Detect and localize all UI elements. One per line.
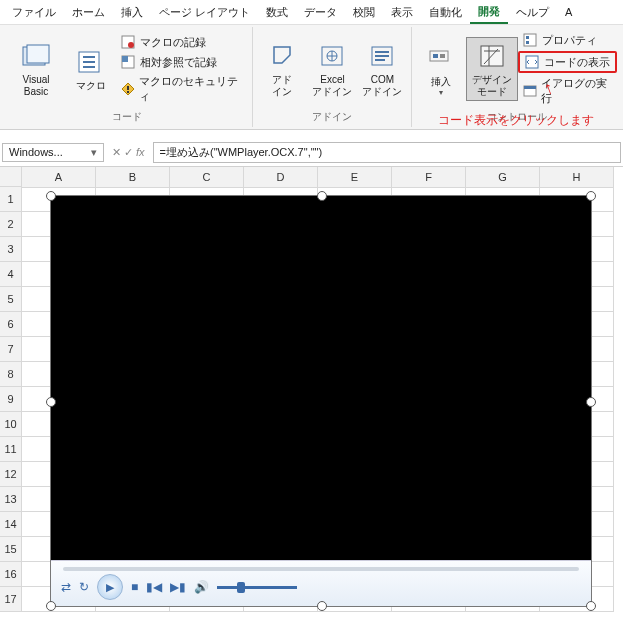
row-header[interactable]: 2 (0, 212, 22, 237)
row-header[interactable]: 12 (0, 462, 22, 487)
record-macro-button[interactable]: マクロの記録 (116, 33, 248, 51)
row-header[interactable]: 8 (0, 362, 22, 387)
cancel-formula-icon[interactable]: ✕ (112, 146, 121, 159)
svg-rect-4 (83, 61, 95, 63)
properties-button[interactable]: プロパティ (518, 31, 617, 49)
menu-view[interactable]: 表示 (383, 2, 421, 23)
svg-rect-11 (127, 86, 129, 90)
row-header[interactable]: 13 (0, 487, 22, 512)
addins-button[interactable]: アド イン (257, 38, 307, 100)
menu-page-layout[interactable]: ページ レイアウト (151, 2, 258, 23)
play-button[interactable]: ▶ (97, 574, 123, 600)
wmplayer-seek-track[interactable] (63, 567, 579, 571)
fx-icon[interactable]: fx (136, 146, 145, 158)
row-header[interactable]: 3 (0, 237, 22, 262)
column-header[interactable]: B (96, 167, 170, 188)
selection-handle[interactable] (586, 397, 596, 407)
column-header[interactable]: G (466, 167, 540, 188)
svg-rect-1 (27, 45, 49, 63)
formula-row: Windows... ▾ ✕ ✓ fx =埋め込み("WMPlayer.OCX.… (0, 138, 623, 167)
row-header[interactable]: 6 (0, 312, 22, 337)
enter-formula-icon[interactable]: ✓ (124, 146, 133, 159)
row-header[interactable]: 16 (0, 562, 22, 587)
menu-formulas[interactable]: 数式 (258, 2, 296, 23)
excel-addins-button[interactable]: Excel アドイン (307, 38, 357, 100)
prev-icon[interactable]: ▮◀ (146, 580, 162, 594)
row-header[interactable]: 17 (0, 587, 22, 612)
name-box[interactable]: Windows... ▾ (2, 143, 104, 162)
menu-home[interactable]: ホーム (64, 2, 113, 23)
row-header[interactable]: 7 (0, 337, 22, 362)
selection-handle[interactable] (586, 601, 596, 611)
relative-reference-icon (120, 54, 136, 70)
design-mode-icon (476, 40, 508, 72)
svg-rect-9 (122, 56, 128, 62)
view-code-icon (524, 54, 540, 70)
menu-file[interactable]: ファイル (4, 2, 64, 23)
wmplayer-video-area (51, 196, 591, 561)
menu-bar: ファイル ホーム 挿入 ページ レイアウト 数式 データ 校閲 表示 自動化 開… (0, 0, 623, 25)
com-addins-button[interactable]: COM アドイン (357, 38, 407, 100)
row-header[interactable]: 1 (0, 187, 22, 212)
group-label-code: コード (112, 109, 142, 125)
svg-rect-12 (127, 91, 129, 93)
selection-handle[interactable] (46, 191, 56, 201)
com-addins-icon (366, 40, 398, 72)
menu-developer[interactable]: 開発 (470, 1, 508, 24)
record-macro-icon (120, 34, 136, 50)
svg-rect-17 (375, 55, 389, 57)
menu-help[interactable]: ヘルプ (508, 2, 557, 23)
visual-basic-button[interactable]: Visual Basic (6, 38, 66, 100)
dropdown-icon: ▾ (91, 146, 97, 159)
relative-reference-button[interactable]: 相対参照で記録 (116, 53, 248, 71)
column-header[interactable]: E (318, 167, 392, 188)
insert-control-button[interactable]: 挿入 ▾ (416, 40, 466, 99)
stop-icon[interactable]: ■ (131, 580, 138, 594)
svg-rect-21 (440, 54, 445, 58)
row-header[interactable]: 9 (0, 387, 22, 412)
menu-automate[interactable]: 自動化 (421, 2, 470, 23)
shuffle-icon[interactable]: ⇄ (61, 580, 71, 594)
next-icon[interactable]: ▶▮ (170, 580, 186, 594)
row-header[interactable]: 10 (0, 412, 22, 437)
svg-rect-19 (430, 51, 448, 61)
row-header[interactable]: 5 (0, 287, 22, 312)
macro-security-button[interactable]: マクロのセキュリティ (116, 73, 248, 105)
menu-review[interactable]: 校閲 (345, 2, 383, 23)
select-all-corner[interactable] (0, 167, 22, 187)
column-header[interactable]: H (540, 167, 614, 188)
design-mode-button[interactable]: デザイン モード (466, 37, 518, 101)
svg-rect-24 (526, 36, 529, 39)
view-code-button[interactable]: コードの表示 (518, 51, 617, 73)
group-label-addins: アドイン (312, 109, 352, 125)
formula-bar[interactable]: =埋め込み("WMPlayer.OCX.7","") (153, 142, 621, 163)
row-header[interactable]: 15 (0, 537, 22, 562)
volume-slider[interactable] (217, 586, 297, 589)
column-header[interactable]: C (170, 167, 244, 188)
row-header[interactable]: 4 (0, 262, 22, 287)
column-header[interactable]: D (244, 167, 318, 188)
svg-rect-18 (375, 59, 385, 61)
svg-rect-23 (524, 34, 536, 46)
svg-rect-20 (433, 54, 438, 58)
menu-more[interactable]: A (557, 3, 580, 21)
svg-rect-28 (524, 86, 536, 89)
selection-handle[interactable] (317, 601, 327, 611)
menu-data[interactable]: データ (296, 2, 345, 23)
run-dialog-button[interactable]: イアログの実行 (518, 75, 617, 107)
column-header[interactable]: F (392, 167, 466, 188)
selection-handle[interactable] (46, 601, 56, 611)
macros-button[interactable]: マクロ (66, 44, 116, 94)
mute-icon[interactable]: 🔊 (194, 580, 209, 594)
selection-handle[interactable] (46, 397, 56, 407)
selection-handle[interactable] (317, 191, 327, 201)
column-header[interactable]: A (22, 167, 96, 188)
row-header[interactable]: 14 (0, 512, 22, 537)
embedded-object-wmplayer[interactable]: ⇄ ↻ ▶ ■ ▮◀ ▶▮ 🔊 (50, 195, 592, 607)
insert-control-icon (425, 42, 457, 74)
repeat-icon[interactable]: ↻ (79, 580, 89, 594)
wmplayer-control-bar: ⇄ ↻ ▶ ■ ▮◀ ▶▮ 🔊 (51, 560, 591, 606)
row-header[interactable]: 11 (0, 437, 22, 462)
menu-insert[interactable]: 挿入 (113, 2, 151, 23)
selection-handle[interactable] (586, 191, 596, 201)
